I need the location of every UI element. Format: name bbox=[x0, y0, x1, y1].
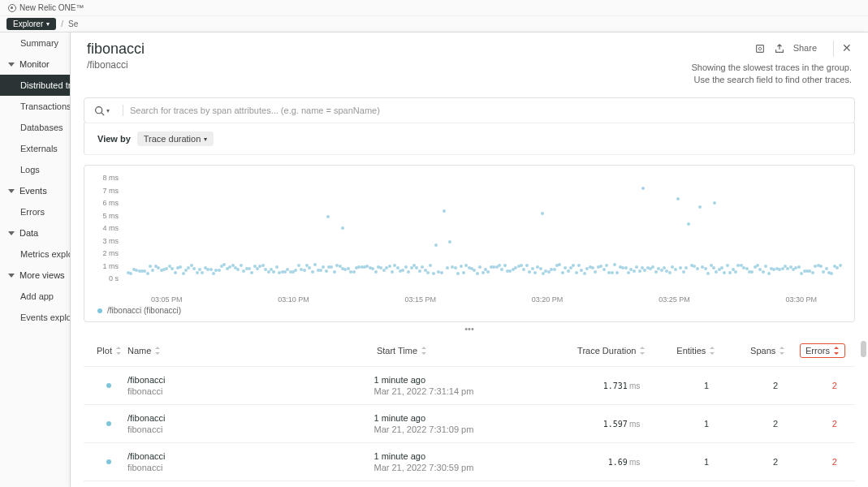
col-start[interactable]: Start Time bbox=[377, 343, 536, 358]
table-row[interactable]: /fibonaccifibonacci2 minutes agoMar 21, … bbox=[84, 481, 855, 487]
duration-cell: 1.69ms bbox=[532, 458, 641, 467]
plot-cell bbox=[90, 459, 127, 464]
breadcrumb-sep: / bbox=[61, 19, 63, 28]
search-mode-dropdown[interactable]: ▾ bbox=[94, 106, 110, 116]
scatter-chart[interactable]: 8 ms 7 ms 6 ms 5 ms 4 ms 3 ms 2 ms 1 ms … bbox=[84, 165, 855, 322]
spans-cell: 2 bbox=[709, 419, 778, 429]
sort-icon bbox=[639, 347, 646, 355]
sidebar-item-errors[interactable]: Errors bbox=[0, 201, 70, 222]
svg-rect-0 bbox=[756, 45, 763, 52]
sidebar-section-data[interactable]: Data bbox=[0, 222, 70, 244]
scrollbar[interactable] bbox=[860, 341, 868, 487]
sidebar-item-summary[interactable]: Summary bbox=[0, 32, 70, 54]
sort-icon bbox=[421, 347, 427, 355]
y-axis: 8 ms 7 ms 6 ms 5 ms 4 ms 3 ms 2 ms 1 ms … bbox=[97, 174, 119, 282]
col-plot[interactable]: Plot bbox=[90, 343, 127, 358]
chart-legend[interactable]: /fibonacci (fibonacci) bbox=[97, 306, 181, 315]
explorer-dropdown[interactable]: Explorer bbox=[6, 18, 56, 30]
start-cell: 1 minute agoMar 21, 2022 7:31:09 pm bbox=[374, 413, 531, 434]
sidebar-item-databases[interactable]: Databases bbox=[0, 117, 70, 138]
sidebar-item-distributed-tracing[interactable]: Distributed tracing bbox=[0, 75, 70, 96]
sidebar-item-metrics[interactable]: Metrics explorer bbox=[0, 244, 70, 265]
viewby-row: View by Trace duration bbox=[84, 123, 855, 155]
sidebar-item-logs[interactable]: Logs bbox=[0, 159, 70, 180]
x-axis: 03:05 PM 03:10 PM 03:15 PM 03:20 PM 03:2… bbox=[127, 295, 841, 304]
sort-icon bbox=[779, 347, 785, 355]
sidebar-item-add-app[interactable]: Add app bbox=[0, 286, 70, 307]
search-icon bbox=[94, 106, 105, 116]
svg-point-2 bbox=[96, 107, 102, 114]
plot-cell bbox=[90, 383, 127, 388]
page-subtitle: /fibonacci bbox=[87, 59, 145, 71]
sidebar-section-more[interactable]: More views bbox=[0, 265, 70, 286]
spans-cell: 2 bbox=[709, 381, 778, 390]
sidebar-item-transactions[interactable]: Transactions bbox=[0, 96, 70, 117]
plot-dot-icon bbox=[106, 459, 111, 464]
logo-text: New Relic ONE™ bbox=[19, 3, 84, 12]
name-cell: /fibonaccifibonacci bbox=[127, 375, 374, 396]
pin-icon[interactable] bbox=[754, 43, 766, 54]
name-cell: /fibonaccifibonacci bbox=[127, 413, 374, 434]
sort-icon bbox=[709, 347, 715, 355]
more-icon[interactable]: ••• bbox=[71, 324, 868, 334]
header-info-2: Use the search field to find other trace… bbox=[691, 74, 852, 86]
sidebar-item-events-explorer[interactable]: Events explorer bbox=[0, 307, 70, 328]
sort-icon bbox=[154, 347, 161, 355]
errors-cell: 2 bbox=[778, 381, 849, 390]
search-input[interactable] bbox=[130, 106, 844, 115]
col-entities[interactable]: Entities bbox=[646, 343, 715, 358]
header-info-1: Showing the slowest traces in the group. bbox=[691, 62, 852, 74]
svg-line-3 bbox=[101, 113, 104, 115]
table-row[interactable]: /fibonaccifibonacci1 minute agoMar 21, 2… bbox=[84, 404, 855, 442]
panel-header: fibonacci /fibonacci Share ✕ Showing the… bbox=[71, 32, 868, 86]
errors-cell: 2 bbox=[778, 457, 849, 467]
sidebar-section-monitor[interactable]: Monitor bbox=[0, 54, 70, 75]
table-row[interactable]: /fibonaccifibonacci1 minute agoMar 21, 2… bbox=[84, 442, 855, 481]
plot-cell bbox=[90, 421, 127, 426]
table-header: Plot Name Start Time Trace Duration Enti… bbox=[84, 335, 855, 366]
start-cell: 1 minute agoMar 21, 2022 7:31:14 pm bbox=[374, 375, 531, 396]
share-icon[interactable] bbox=[774, 43, 785, 54]
traces-table: Plot Name Start Time Trace Duration Enti… bbox=[84, 335, 855, 487]
sidebar: Summary Monitor Distributed tracing Tran… bbox=[0, 32, 71, 487]
duration-cell: 1.597ms bbox=[532, 420, 641, 429]
sidebar-item-externals[interactable]: Externals bbox=[0, 138, 70, 159]
legend-label: /fibonacci (fibonacci) bbox=[107, 306, 181, 315]
share-label[interactable]: Share bbox=[793, 42, 817, 54]
sort-icon bbox=[833, 347, 840, 355]
close-icon[interactable]: ✕ bbox=[833, 41, 852, 57]
entities-cell: 1 bbox=[640, 381, 709, 390]
duration-cell: 1.731ms bbox=[532, 381, 641, 390]
col-spans[interactable]: Spans bbox=[715, 343, 785, 358]
start-cell: 1 minute agoMar 21, 2022 7:30:59 pm bbox=[374, 451, 531, 472]
search-bar: ▾ bbox=[84, 97, 855, 123]
table-row[interactable]: /fibonaccifibonacci1 minute agoMar 21, 2… bbox=[84, 366, 855, 404]
plot-area bbox=[127, 174, 841, 282]
col-duration[interactable]: Trace Duration bbox=[536, 343, 646, 358]
viewby-dropdown[interactable]: Trace duration bbox=[137, 131, 214, 146]
entities-cell: 1 bbox=[640, 457, 709, 467]
col-errors[interactable]: Errors bbox=[785, 343, 849, 358]
legend-dot-icon bbox=[97, 308, 102, 313]
svg-point-1 bbox=[758, 47, 762, 50]
topbar: Explorer / Se bbox=[0, 16, 868, 32]
name-cell: /fibonaccifibonacci bbox=[127, 451, 374, 472]
spans-cell: 2 bbox=[709, 457, 778, 467]
plot-dot-icon bbox=[106, 383, 111, 388]
main-panel: fibonacci /fibonacci Share ✕ Showing the… bbox=[71, 32, 868, 487]
col-name[interactable]: Name bbox=[127, 343, 377, 358]
newrelic-logo-icon bbox=[8, 4, 16, 12]
sidebar-section-events[interactable]: Events bbox=[0, 180, 70, 201]
divider bbox=[123, 105, 123, 116]
plot-dot-icon bbox=[106, 421, 111, 426]
logo-bar: New Relic ONE™ bbox=[0, 0, 868, 16]
errors-cell: 2 bbox=[778, 419, 849, 429]
entities-cell: 1 bbox=[640, 419, 709, 429]
sort-icon bbox=[115, 347, 122, 355]
page-title: fibonacci bbox=[87, 41, 145, 58]
breadcrumb-text[interactable]: Se bbox=[68, 19, 78, 28]
viewby-label: View by bbox=[97, 134, 131, 144]
